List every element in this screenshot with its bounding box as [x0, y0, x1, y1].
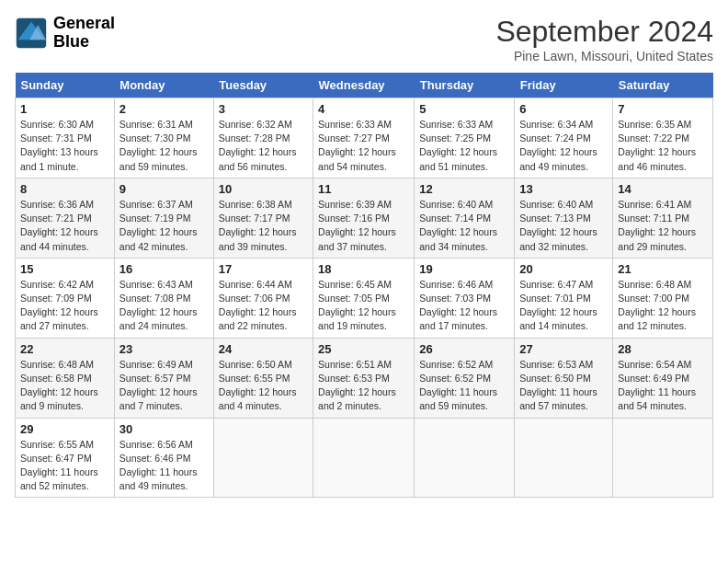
header-sunday: Sunday [16, 73, 115, 98]
day-info: Sunrise: 6:48 AM Sunset: 6:58 PM Dayligh… [20, 358, 109, 414]
calendar-cell: 27Sunrise: 6:53 AM Sunset: 6:50 PM Dayli… [515, 338, 613, 418]
calendar-cell [213, 418, 313, 498]
day-number: 24 [219, 342, 308, 356]
day-info: Sunrise: 6:45 AM Sunset: 7:05 PM Dayligh… [318, 278, 409, 334]
day-info: Sunrise: 6:47 AM Sunset: 7:01 PM Dayligh… [519, 278, 608, 334]
day-info: Sunrise: 6:48 AM Sunset: 7:00 PM Dayligh… [618, 278, 708, 334]
calendar-cell [613, 418, 713, 498]
day-number: 28 [618, 342, 708, 356]
calendar-cell: 17Sunrise: 6:44 AM Sunset: 7:06 PM Dayli… [213, 258, 313, 338]
logo: General Blue [15, 15, 115, 52]
calendar-cell: 15Sunrise: 6:42 AM Sunset: 7:09 PM Dayli… [16, 258, 115, 338]
calendar-cell: 6Sunrise: 6:34 AM Sunset: 7:24 PM Daylig… [515, 98, 613, 178]
header-row: SundayMondayTuesdayWednesdayThursdayFrid… [16, 73, 713, 98]
title-area: September 2024 Pine Lawn, Missouri, Unit… [495, 15, 713, 63]
day-number: 4 [318, 102, 409, 116]
calendar-cell: 26Sunrise: 6:52 AM Sunset: 6:52 PM Dayli… [415, 338, 515, 418]
day-info: Sunrise: 6:51 AM Sunset: 6:53 PM Dayligh… [318, 358, 409, 414]
calendar-cell: 11Sunrise: 6:39 AM Sunset: 7:16 PM Dayli… [313, 178, 415, 258]
day-number: 2 [119, 102, 209, 116]
calendar-cell [313, 418, 415, 498]
header-wednesday: Wednesday [313, 73, 415, 98]
calendar-cell: 29Sunrise: 6:55 AM Sunset: 6:47 PM Dayli… [16, 418, 115, 498]
header-thursday: Thursday [415, 73, 515, 98]
logo-text: General Blue [53, 15, 115, 52]
header-friday: Friday [515, 73, 613, 98]
day-number: 17 [219, 262, 308, 276]
calendar-cell: 3Sunrise: 6:32 AM Sunset: 7:28 PM Daylig… [213, 98, 313, 178]
day-number: 9 [119, 182, 209, 196]
day-number: 30 [119, 422, 209, 436]
day-number: 14 [618, 182, 708, 196]
day-number: 12 [419, 182, 509, 196]
calendar-cell: 9Sunrise: 6:37 AM Sunset: 7:19 PM Daylig… [114, 178, 213, 258]
day-info: Sunrise: 6:50 AM Sunset: 6:55 PM Dayligh… [219, 358, 308, 414]
calendar-cell: 22Sunrise: 6:48 AM Sunset: 6:58 PM Dayli… [16, 338, 115, 418]
day-info: Sunrise: 6:35 AM Sunset: 7:22 PM Dayligh… [618, 118, 708, 174]
day-number: 13 [519, 182, 608, 196]
day-info: Sunrise: 6:32 AM Sunset: 7:28 PM Dayligh… [219, 118, 308, 174]
calendar-cell: 2Sunrise: 6:31 AM Sunset: 7:30 PM Daylig… [114, 98, 213, 178]
week-row-2: 8Sunrise: 6:36 AM Sunset: 7:21 PM Daylig… [16, 178, 713, 258]
calendar-cell: 23Sunrise: 6:49 AM Sunset: 6:57 PM Dayli… [114, 338, 213, 418]
day-info: Sunrise: 6:55 AM Sunset: 6:47 PM Dayligh… [20, 438, 109, 494]
header-monday: Monday [114, 73, 213, 98]
day-info: Sunrise: 6:44 AM Sunset: 7:06 PM Dayligh… [219, 278, 308, 334]
calendar-cell: 13Sunrise: 6:40 AM Sunset: 7:13 PM Dayli… [515, 178, 613, 258]
day-number: 10 [219, 182, 308, 196]
day-number: 26 [419, 342, 509, 356]
day-number: 3 [219, 102, 308, 116]
day-info: Sunrise: 6:39 AM Sunset: 7:16 PM Dayligh… [318, 198, 409, 254]
day-number: 8 [20, 182, 109, 196]
day-number: 21 [618, 262, 708, 276]
day-number: 6 [519, 102, 608, 116]
day-info: Sunrise: 6:52 AM Sunset: 6:52 PM Dayligh… [419, 358, 509, 414]
month-title: September 2024 [495, 15, 713, 49]
week-row-3: 15Sunrise: 6:42 AM Sunset: 7:09 PM Dayli… [16, 258, 713, 338]
calendar-cell: 19Sunrise: 6:46 AM Sunset: 7:03 PM Dayli… [415, 258, 515, 338]
day-info: Sunrise: 6:30 AM Sunset: 7:31 PM Dayligh… [20, 118, 109, 174]
calendar-cell: 4Sunrise: 6:33 AM Sunset: 7:27 PM Daylig… [313, 98, 415, 178]
header-tuesday: Tuesday [213, 73, 313, 98]
day-info: Sunrise: 6:54 AM Sunset: 6:49 PM Dayligh… [618, 358, 708, 414]
calendar-table: SundayMondayTuesdayWednesdayThursdayFrid… [15, 73, 713, 498]
day-number: 19 [419, 262, 509, 276]
day-info: Sunrise: 6:31 AM Sunset: 7:30 PM Dayligh… [119, 118, 209, 174]
calendar-cell [415, 418, 515, 498]
logo-line1: General [53, 15, 115, 33]
calendar-cell: 18Sunrise: 6:45 AM Sunset: 7:05 PM Dayli… [313, 258, 415, 338]
header: General Blue September 2024 Pine Lawn, M… [15, 15, 713, 63]
day-number: 16 [119, 262, 209, 276]
day-info: Sunrise: 6:49 AM Sunset: 6:57 PM Dayligh… [119, 358, 209, 414]
week-row-1: 1Sunrise: 6:30 AM Sunset: 7:31 PM Daylig… [16, 98, 713, 178]
calendar-cell: 28Sunrise: 6:54 AM Sunset: 6:49 PM Dayli… [613, 338, 713, 418]
day-info: Sunrise: 6:34 AM Sunset: 7:24 PM Dayligh… [519, 118, 608, 174]
day-info: Sunrise: 6:46 AM Sunset: 7:03 PM Dayligh… [419, 278, 509, 334]
day-number: 5 [419, 102, 509, 116]
day-number: 20 [519, 262, 608, 276]
day-info: Sunrise: 6:43 AM Sunset: 7:08 PM Dayligh… [119, 278, 209, 334]
calendar-cell: 1Sunrise: 6:30 AM Sunset: 7:31 PM Daylig… [16, 98, 115, 178]
day-number: 11 [318, 182, 409, 196]
day-number: 18 [318, 262, 409, 276]
calendar-cell: 7Sunrise: 6:35 AM Sunset: 7:22 PM Daylig… [613, 98, 713, 178]
day-number: 25 [318, 342, 409, 356]
calendar-cell: 21Sunrise: 6:48 AM Sunset: 7:00 PM Dayli… [613, 258, 713, 338]
day-info: Sunrise: 6:33 AM Sunset: 7:27 PM Dayligh… [318, 118, 409, 174]
day-number: 27 [519, 342, 608, 356]
day-info: Sunrise: 6:56 AM Sunset: 6:46 PM Dayligh… [119, 438, 209, 494]
calendar-cell [515, 418, 613, 498]
day-info: Sunrise: 6:38 AM Sunset: 7:17 PM Dayligh… [219, 198, 308, 254]
day-number: 15 [20, 262, 109, 276]
calendar-cell: 5Sunrise: 6:33 AM Sunset: 7:25 PM Daylig… [415, 98, 515, 178]
calendar-cell: 30Sunrise: 6:56 AM Sunset: 6:46 PM Dayli… [114, 418, 213, 498]
day-info: Sunrise: 6:36 AM Sunset: 7:21 PM Dayligh… [20, 198, 109, 254]
day-info: Sunrise: 6:41 AM Sunset: 7:11 PM Dayligh… [618, 198, 708, 254]
calendar-cell: 10Sunrise: 6:38 AM Sunset: 7:17 PM Dayli… [213, 178, 313, 258]
header-saturday: Saturday [613, 73, 713, 98]
calendar-cell: 25Sunrise: 6:51 AM Sunset: 6:53 PM Dayli… [313, 338, 415, 418]
day-info: Sunrise: 6:40 AM Sunset: 7:14 PM Dayligh… [419, 198, 509, 254]
location-title: Pine Lawn, Missouri, United States [495, 49, 713, 63]
week-row-4: 22Sunrise: 6:48 AM Sunset: 6:58 PM Dayli… [16, 338, 713, 418]
calendar-cell: 12Sunrise: 6:40 AM Sunset: 7:14 PM Dayli… [415, 178, 515, 258]
